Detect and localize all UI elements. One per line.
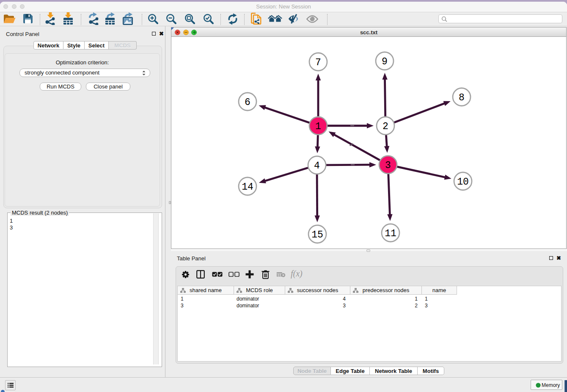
svg-text:1: 1	[315, 121, 321, 132]
svg-text:4: 4	[314, 160, 320, 171]
svg-text:10: 10	[457, 177, 469, 188]
svg-text:15: 15	[311, 229, 323, 240]
svg-text:8: 8	[459, 92, 465, 103]
svg-text:7: 7	[315, 57, 321, 68]
svg-text:9: 9	[382, 56, 388, 67]
svg-text:14: 14	[242, 182, 253, 193]
svg-text:6: 6	[245, 97, 250, 108]
svg-text:3: 3	[385, 160, 391, 171]
svg-text:2: 2	[383, 121, 388, 132]
svg-text:11: 11	[385, 228, 396, 239]
